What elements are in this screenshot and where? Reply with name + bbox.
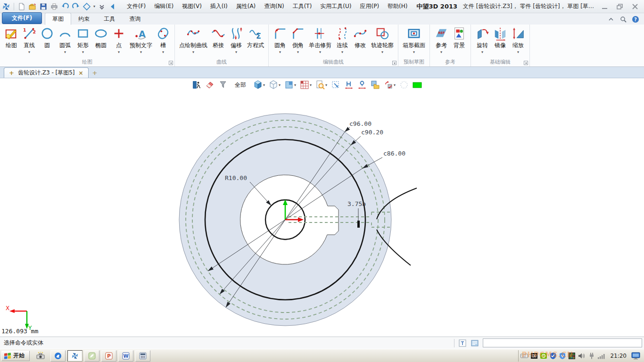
swap-view-icon[interactable]: ▾ [383,80,396,90]
matrix-tray-icon[interactable] [569,353,575,359]
tab-inquire[interactable]: 查询 [122,13,148,25]
shield-check-icon[interactable] [550,353,556,359]
color-swatch[interactable] [412,80,422,90]
close-icon[interactable] [629,3,641,10]
search-icon[interactable] [619,16,627,23]
wireframe-display-icon[interactable]: ▾ [268,80,281,90]
word-app-icon[interactable]: W [118,350,133,362]
shield-icon[interactable] [559,353,566,359]
zoom-page-icon[interactable]: ▾ [315,80,328,90]
show-desktop-icon[interactable] [631,352,641,360]
dialog-launcher-icon[interactable] [392,61,396,65]
menu-tools[interactable]: 工具(T) [289,1,316,12]
file-menu-button[interactable]: 文件(F) [2,12,42,24]
media-tray-icon[interactable] [531,353,537,359]
ribbon-item-sketch[interactable]: 绘图 [2,26,20,50]
filter-scope-dropdown[interactable]: 全部 [231,81,250,89]
resize-icon[interactable] [330,80,341,90]
redo-icon[interactable] [72,2,80,11]
dialog-launcher-icon[interactable] [169,61,173,65]
tab-close-icon[interactable]: × [79,70,83,76]
browser-app-icon[interactable] [50,350,66,362]
log-panel-icon[interactable] [471,339,479,347]
drawing-canvas[interactable]: 全部 ▾ ▾ ▾ ▾ ▾ ▾ [0,78,644,337]
ribbon-item-bridge[interactable]: 桥接 [209,26,227,50]
ribbon-item-circle[interactable]: 圆 [38,26,56,50]
zw3d-app-icon[interactable] [67,350,83,362]
ribbon-item-mirror[interactable]: 镜像 [491,26,509,50]
ribbon-item-rotate[interactable]: 旋转▾ [473,26,491,55]
screenshot-tool-icon[interactable] [36,352,45,360]
regen-icon[interactable] [83,2,91,11]
dotted-profile-icon[interactable] [399,80,409,90]
back-icon[interactable] [108,2,117,11]
print-icon[interactable] [50,2,58,11]
menu-help[interactable]: 帮助(H) [383,1,412,12]
more-icon[interactable] [98,2,106,11]
help-icon[interactable]: ? [632,16,639,23]
filter-icon[interactable] [218,80,228,90]
align-plane-icon[interactable]: ▾ [284,80,297,90]
dialog-launcher-icon[interactable] [524,61,528,65]
ribbon-item-spline[interactable]: 点绘制曲线▾ [177,26,209,55]
ribbon-item-offset[interactable]: 偏移▾ [227,26,245,55]
ribbon-item-trace-profile[interactable]: 轨迹轮廓▾ [369,26,396,55]
keyboard-icon[interactable] [520,353,528,359]
tab-constraints[interactable]: 约束 [71,13,97,25]
menu-view[interactable]: 视图(V) [178,1,206,12]
document-tab[interactable]: + 齿轮设计.Z3 - [草图5] × [4,67,89,78]
start-button[interactable]: 开始 [1,351,30,361]
minimize-icon[interactable] [599,3,611,10]
ribbon-item-box-section[interactable]: 箱形截面▾ [401,26,427,55]
ribbon-item-slot[interactable]: 槽▾ [154,26,172,55]
ribbon-item-background[interactable]: 背景 [450,26,468,50]
ribbon-item-continue[interactable]: 连续▾ [333,26,351,55]
signal-icon[interactable] [598,353,605,359]
ribbon-item-one-click-trim[interactable]: 单击修剪▾ [307,26,333,55]
menu-applications[interactable]: 应用(P) [356,1,384,12]
ribbon-item-ellipse[interactable]: 椭圆 [92,26,110,50]
horizontal-constraint-icon[interactable] [344,80,354,90]
shaded-display-icon[interactable]: ▾ [253,80,265,90]
calculator-app-icon[interactable] [135,350,150,362]
undo-icon[interactable] [61,2,69,11]
dimension-panel-icon[interactable] [458,339,467,347]
ribbon-item-scale[interactable]: 缩放▾ [509,26,527,55]
menu-edit[interactable]: 编辑(E) [150,1,178,12]
menu-file[interactable]: 文件(F) [123,1,150,12]
ribbon-item-reference[interactable]: REF 参考▾ [432,26,450,55]
command-input[interactable] [483,338,642,347]
ribbon-item-equation[interactable]: Σ 方程式 [245,26,266,50]
menu-attributes[interactable]: 属性(A) [232,1,260,12]
ribbon-item-chamfer[interactable]: 倒角▾ [289,26,307,55]
vertical-constraint-icon[interactable] [357,80,367,90]
save-icon[interactable] [39,2,48,11]
export-view-icon[interactable] [370,80,380,90]
ribbon-item-ready-text[interactable]: A 预制文字▾ [128,26,154,55]
restore-icon[interactable] [614,3,626,10]
tab-tools[interactable]: 工具 [97,13,122,25]
new-icon[interactable] [17,2,26,11]
nvidia-icon[interactable] [540,353,547,359]
sketch-viewport[interactable]: c96.00 c90.20 c86.00 R10.00 3.75b X Y 12… [0,78,644,337]
ribbon-item-rectangle[interactable]: 矩形▾ [74,26,92,55]
powerpoint-app-icon[interactable]: P [101,350,116,362]
grid-icon[interactable]: ▾ [299,80,312,90]
tab-sketch[interactable]: 草图 [45,13,71,25]
power-plug-icon[interactable] [588,353,595,359]
ribbon-item-point[interactable]: 点▾ [110,26,128,55]
open-icon[interactable] [28,2,37,11]
menu-inquire[interactable]: 查询(N) [260,1,288,12]
notes-app-icon[interactable] [84,350,99,362]
regen-dropdown-caret[interactable]: ▾ [93,4,95,8]
menu-insert[interactable]: 插入(I) [206,1,232,12]
ribbon-item-line[interactable]: 12 直线▾ [20,26,38,55]
menu-utilities[interactable]: 实用工具(U) [316,1,355,12]
ribbon-item-fillet[interactable]: 圆角▾ [271,26,289,55]
ribbon-item-modify[interactable]: 修改 [351,26,369,50]
exit-sketch-icon[interactable] [191,80,202,90]
ribbon-item-arc[interactable]: 圆弧▾ [56,26,74,55]
eraser-icon[interactable] [205,80,215,90]
speaker-icon[interactable] [578,353,586,359]
new-tab-button[interactable]: + [89,69,101,78]
